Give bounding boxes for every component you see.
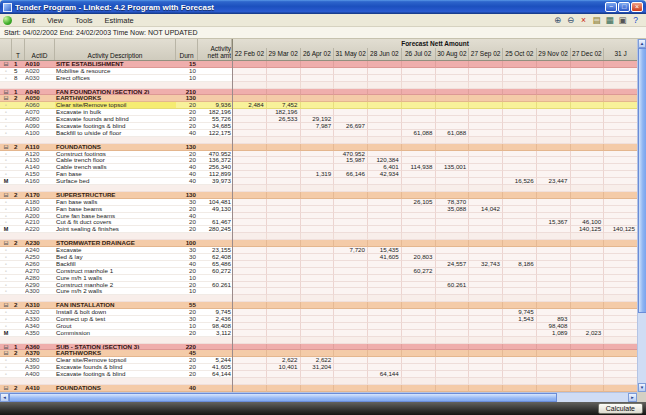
activity-row[interactable]: ▫A120Construct footings20470,952470,952 bbox=[0, 151, 637, 158]
summary-row[interactable]: ⊟1A010SITE ESTABLISHMENT15 bbox=[0, 61, 637, 68]
spacer-row[interactable] bbox=[0, 185, 637, 192]
activity-row[interactable]: ▫A330Connect up & test302,4361,543893 bbox=[0, 316, 637, 323]
help-icon[interactable]: ? bbox=[631, 15, 640, 25]
horizontal-scroll-track[interactable] bbox=[557, 393, 628, 402]
forecast-cells: 9,745 bbox=[232, 309, 637, 316]
summary-row[interactable]: ⊟2A170SUPERSTRUCTURE130 bbox=[0, 192, 637, 199]
menu-item-estimate[interactable]: Estimate bbox=[99, 16, 140, 25]
activity-row[interactable]: ▫A190Fan base beams2049,13035,08814,042 bbox=[0, 206, 637, 213]
cell-forecast bbox=[603, 247, 637, 254]
cell-forecast bbox=[367, 109, 401, 116]
cell-forecast bbox=[603, 337, 637, 344]
zoom-out-icon[interactable]: ⊖ bbox=[566, 15, 575, 25]
grid-view-icon[interactable]: ▦ bbox=[605, 15, 614, 25]
spacer-row[interactable] bbox=[0, 295, 637, 302]
summary-row[interactable]: ⊟2A310FAN INSTALLATION55 bbox=[0, 302, 637, 309]
activity-row[interactable]: ▫A260Backfill4065,48624,55732,7438,186 bbox=[0, 261, 637, 268]
activity-icon: ▫ bbox=[0, 123, 12, 130]
cell-forecast bbox=[401, 247, 435, 254]
activity-row[interactable]: ▫A320Install & bolt down209,7459,745 bbox=[0, 309, 637, 316]
notes-icon[interactable]: ▤ bbox=[592, 15, 601, 25]
scroll-down-icon[interactable]: ▼ bbox=[638, 383, 646, 392]
activity-row[interactable]: ▫A210Cut & fit duct covers2061,46715,367… bbox=[0, 219, 637, 226]
activity-row[interactable]: ▫A180Fan base walls30104,48126,10578,370 bbox=[0, 199, 637, 206]
activity-row[interactable]: ▫A080Excavate founds and blind2055,72626… bbox=[0, 116, 637, 123]
cell-level bbox=[12, 123, 25, 130]
cell-description: Joint sealing & finishes bbox=[55, 226, 176, 233]
activity-row[interactable]: ▫A200Cure fan base beams40 bbox=[0, 213, 637, 220]
vertical-scrollbar[interactable]: ▲ ▼ bbox=[637, 39, 646, 392]
cell-forecast bbox=[570, 323, 604, 330]
activity-row[interactable]: ▫A270Construct manhole 12060,27260,272 bbox=[0, 268, 637, 275]
cell-forecast bbox=[401, 240, 435, 247]
cell-forecast bbox=[468, 233, 502, 240]
cell-nett-amount bbox=[198, 82, 232, 89]
cell-forecast bbox=[333, 178, 367, 185]
activity-row[interactable]: ▫A130Cable trench floor20136,37215,98712… bbox=[0, 157, 637, 164]
cell-forecast bbox=[502, 219, 536, 226]
menu-item-tools[interactable]: Tools bbox=[69, 16, 99, 25]
summary-row[interactable]: ⊟2A410FOUNDATIONS40 bbox=[0, 385, 637, 392]
cell-forecast bbox=[536, 302, 570, 309]
spacer-row[interactable] bbox=[0, 82, 637, 89]
calculate-button[interactable]: Calculate bbox=[598, 403, 643, 414]
scroll-up-icon[interactable]: ▲ bbox=[638, 39, 646, 48]
cell-level bbox=[12, 282, 25, 289]
activity-icon: ▫ bbox=[0, 102, 12, 109]
activity-row[interactable]: ▫A150Fan base40112,8991,31966,14642,934 bbox=[0, 171, 637, 178]
selected-activity-row[interactable]: ▫A060Clear site/Remove topsoil209,9362,4… bbox=[0, 102, 637, 109]
summary-row[interactable]: ⊟1A360SUB - STATION (SECTION 3)220 bbox=[0, 344, 637, 351]
print-icon[interactable]: ▣ bbox=[618, 15, 627, 25]
cell-forecast bbox=[502, 151, 536, 158]
activity-row[interactable]: ▫A280Cure m/h 1 walls10 bbox=[0, 275, 637, 282]
tree-collapse-icon: ⊟ bbox=[0, 89, 12, 96]
scroll-left-icon[interactable]: ◄ bbox=[0, 393, 9, 402]
spacer-row[interactable] bbox=[0, 378, 637, 385]
spacer-row[interactable] bbox=[0, 337, 637, 344]
spacer-row[interactable] bbox=[0, 137, 637, 144]
forecast-cells bbox=[232, 240, 637, 247]
activity-row[interactable]: ▫A380Clear site/Remove topsoil205,2442,6… bbox=[0, 357, 637, 364]
activity-row[interactable]: ▫A090Excavate footings & blind2034,6857,… bbox=[0, 123, 637, 130]
spacer-row[interactable] bbox=[0, 233, 637, 240]
activity-row[interactable]: ▫A140Cable trench walls40256,3406,401114… bbox=[0, 164, 637, 171]
activity-row[interactable]: ▫8A030Erect offices10 bbox=[0, 75, 637, 82]
vertical-scroll-thumb[interactable] bbox=[638, 48, 646, 313]
activity-row[interactable]: ▫A340Grout1098,40898,408 bbox=[0, 323, 637, 330]
activity-row[interactable]: ▫A390Excavate founds & blind2041,60510,4… bbox=[0, 364, 637, 371]
close-button[interactable]: × bbox=[631, 2, 643, 12]
activity-row[interactable]: MA220Joint sealing & finishes20280,24514… bbox=[0, 226, 637, 233]
activity-row[interactable]: ▫A250Bed & lay3062,40841,60520,803 bbox=[0, 254, 637, 261]
activity-row[interactable]: ▫A240Excavate3023,1557,72015,435 bbox=[0, 247, 637, 254]
minimize-button[interactable]: − bbox=[605, 2, 617, 12]
activity-row[interactable]: ▫A100Backfill to u/side of floor40122,17… bbox=[0, 130, 637, 137]
cell-forecast bbox=[266, 178, 300, 185]
activity-row[interactable]: MA350Commission203,1121,0892,023 bbox=[0, 330, 637, 337]
horizontal-scrollbar[interactable]: ◄ ► bbox=[0, 392, 637, 402]
horizontal-scroll-thumb[interactable] bbox=[9, 393, 557, 402]
delete-icon[interactable]: × bbox=[579, 15, 588, 25]
activity-row[interactable]: ▫5A020Mobilise & resource10 bbox=[0, 68, 637, 75]
maximize-button[interactable]: □ bbox=[618, 2, 630, 12]
summary-row[interactable]: ⊟2A370EARTHWORKS45 bbox=[0, 350, 637, 357]
activity-row[interactable]: ▫A400Excavate footings & blind2064,14464… bbox=[0, 371, 637, 378]
summary-row[interactable]: ⊟2A110FOUNDATIONS130 bbox=[0, 144, 637, 151]
activity-row[interactable]: ▫A300Cure m/h 2 walls10 bbox=[0, 288, 637, 295]
cell-forecast bbox=[570, 151, 604, 158]
cell-forecast bbox=[300, 185, 334, 192]
activity-row[interactable]: MA160Surface bed4039,97316,52623,447 bbox=[0, 178, 637, 185]
menu-item-edit[interactable]: Edit bbox=[16, 16, 41, 25]
summary-row[interactable]: ⊟2A050EARTHWORKS130 bbox=[0, 95, 637, 102]
summary-row[interactable]: ⊟1A040FAN FOUNDATION (SECTION 2)210 bbox=[0, 89, 637, 96]
cell-nett-amount: 182,196 bbox=[198, 109, 232, 116]
zoom-in-icon[interactable]: ⊕ bbox=[553, 15, 562, 25]
activity-row[interactable]: ▫A290Construct manhole 22060,26160,261 bbox=[0, 282, 637, 289]
activity-row[interactable]: ▫A070Excavate in bulk20182,196182,196 bbox=[0, 109, 637, 116]
cell-forecast bbox=[468, 75, 502, 82]
cell-forecast bbox=[502, 226, 536, 233]
cell-forecast bbox=[570, 144, 604, 151]
scroll-right-icon[interactable]: ► bbox=[628, 393, 637, 402]
menu-item-view[interactable]: View bbox=[41, 16, 69, 25]
summary-row[interactable]: ⊟2A230STORMWATER DRAINAGE100 bbox=[0, 240, 637, 247]
cell-duration bbox=[176, 233, 198, 240]
